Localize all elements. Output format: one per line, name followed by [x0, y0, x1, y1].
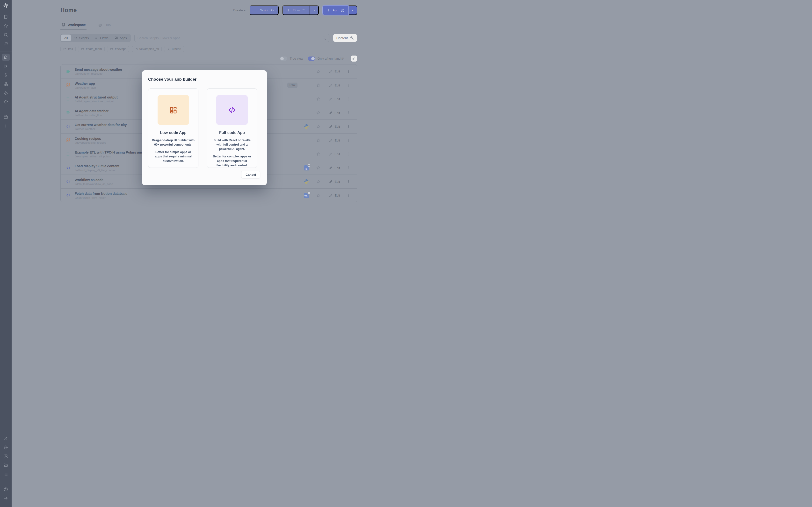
edit-button[interactable]: Edit: [324, 111, 344, 115]
create-app-button-group: App: [322, 5, 357, 15]
row-menu-button[interactable]: [344, 83, 353, 87]
table-row[interactable]: Fetch data from Notion database u/henri/…: [61, 188, 357, 202]
row-menu-button[interactable]: [344, 125, 353, 128]
flow-icon: [66, 97, 71, 101]
lowcode-heading: Low-code App: [160, 131, 187, 135]
sidebar-item-runs[interactable]: [2, 62, 10, 70]
tab-hub[interactable]: Hub: [97, 23, 112, 30]
row-menu-button[interactable]: [344, 111, 353, 115]
folder-chip-f-data-team[interactable]: f/data_team: [78, 46, 105, 52]
star-button[interactable]: [312, 166, 324, 170]
lowcode-desc-2: Better for simple apps or apps that requ…: [152, 150, 195, 163]
script-icon: [66, 165, 71, 170]
sliders-plus-icon: [352, 57, 356, 60]
pencil-icon: [329, 138, 333, 142]
create-script-button[interactable]: Script: [250, 5, 279, 15]
row-menu-button[interactable]: [344, 138, 353, 142]
item-title: Get current weather data for city: [75, 123, 127, 127]
python-icon: [304, 179, 309, 184]
item-path: u/henri/fetch_from_notion: [75, 196, 128, 199]
code-icon: [270, 8, 274, 12]
extra-filters-button[interactable]: [351, 55, 357, 62]
flow-icon: [66, 69, 71, 74]
raw-badge: Raw: [287, 82, 298, 88]
modal-title: Choose your app builder: [148, 77, 260, 82]
tree-view-label: Tree view: [290, 57, 303, 60]
folder-chip-f-devops[interactable]: f/devops: [107, 46, 129, 52]
edit-button[interactable]: Edit: [324, 97, 344, 101]
edit-button[interactable]: Edit: [324, 125, 344, 128]
windmill-logo[interactable]: [3, 2, 9, 9]
folder-chip-f-all[interactable]: f/all: [60, 46, 75, 52]
edit-button[interactable]: Edit: [324, 152, 344, 156]
tree-view-toggle[interactable]: [280, 56, 287, 61]
sidebar-item-search[interactable]: [2, 31, 10, 38]
folder-icon: [63, 48, 66, 51]
edit-button[interactable]: Edit: [324, 69, 344, 73]
sidebar-item-schedules[interactable]: [2, 113, 10, 121]
star-button[interactable]: [312, 193, 324, 198]
tab-bar: Workspace Hub: [60, 23, 357, 30]
page-title: Home: [60, 7, 77, 13]
filter-chip-scripts[interactable]: Scripts: [71, 35, 92, 41]
row-menu-button[interactable]: [344, 69, 353, 73]
row-menu-button[interactable]: [344, 97, 353, 101]
sidebar-item-home[interactable]: [2, 54, 10, 61]
sidebar-item-triggers[interactable]: [2, 89, 10, 97]
cancel-button[interactable]: Cancel: [241, 171, 260, 178]
lowcode-desc-1: Drag-and-drop UI builder with 60+ powerf…: [152, 138, 195, 147]
star-button[interactable]: [312, 97, 324, 101]
row-menu-button[interactable]: [344, 193, 353, 197]
row-menu-button[interactable]: [344, 180, 353, 183]
star-button[interactable]: [312, 124, 324, 129]
fullcode-app-option[interactable]: Full-code App Build with React or Svelte…: [207, 89, 257, 168]
edit-button[interactable]: Edit: [324, 138, 344, 142]
code-search-icon: [350, 36, 354, 40]
sidebar-item-workspace[interactable]: [2, 13, 10, 20]
folder-chip-f-examples-etl[interactable]: f/examples_etl: [132, 46, 162, 52]
star-button[interactable]: [312, 83, 324, 88]
create-flow-button-group: Flow: [282, 5, 319, 15]
search-input[interactable]: [138, 36, 320, 40]
star-button[interactable]: [312, 111, 324, 115]
create-buttons: Create a Script Flow: [233, 5, 357, 15]
item-title: AI Agent structured output: [75, 95, 118, 99]
pencil-icon: [329, 125, 333, 128]
sidebar-item-ai-wand[interactable]: [2, 40, 10, 47]
sidebar-item-add[interactable]: [2, 122, 10, 130]
create-app-button[interactable]: App: [322, 5, 349, 15]
create-flow-dropdown[interactable]: [310, 5, 319, 15]
sidebar-item-resources[interactable]: [2, 80, 10, 88]
folder-chip-u-henri[interactable]: u/henri: [164, 46, 184, 52]
create-app-dropdown[interactable]: [349, 5, 357, 15]
star-button[interactable]: [312, 179, 324, 184]
pencil-icon: [329, 69, 333, 73]
edit-button[interactable]: Edit: [324, 83, 344, 87]
sidebar-item-favorites[interactable]: [2, 22, 10, 30]
star-button[interactable]: [312, 138, 324, 143]
code-icon: [74, 36, 77, 40]
row-menu-button[interactable]: [344, 152, 353, 156]
filter-chip-flows[interactable]: Flows: [92, 35, 111, 41]
only-filter-toggle[interactable]: [308, 56, 315, 61]
tab-workspace[interactable]: Workspace: [60, 23, 87, 30]
edit-button[interactable]: Edit: [324, 180, 344, 183]
item-title: Workflow as code: [75, 178, 113, 182]
sidebar-item-variables[interactable]: [2, 71, 10, 79]
create-flow-button[interactable]: Flow: [282, 5, 310, 15]
filter-chip-all[interactable]: All: [61, 35, 71, 41]
star-button[interactable]: [312, 152, 324, 156]
folder-icon: [81, 48, 84, 51]
create-label: Create a: [233, 8, 246, 12]
star-button[interactable]: [312, 69, 324, 74]
edit-button[interactable]: Edit: [324, 166, 344, 170]
edit-button[interactable]: Edit: [324, 193, 344, 197]
item-path: f/devops/cooking_recipes: [75, 141, 106, 144]
filter-chip-apps[interactable]: Apps: [111, 35, 130, 41]
item-path: f/data_team/workflow_as_code: [75, 182, 113, 185]
sidebar-item-learn[interactable]: [2, 98, 10, 106]
row-menu-button[interactable]: [344, 166, 353, 170]
content-search-button[interactable]: Content: [333, 34, 357, 42]
script-icon: [66, 179, 71, 184]
lowcode-app-option[interactable]: Low-code App Drag-and-drop UI builder wi…: [148, 89, 198, 168]
